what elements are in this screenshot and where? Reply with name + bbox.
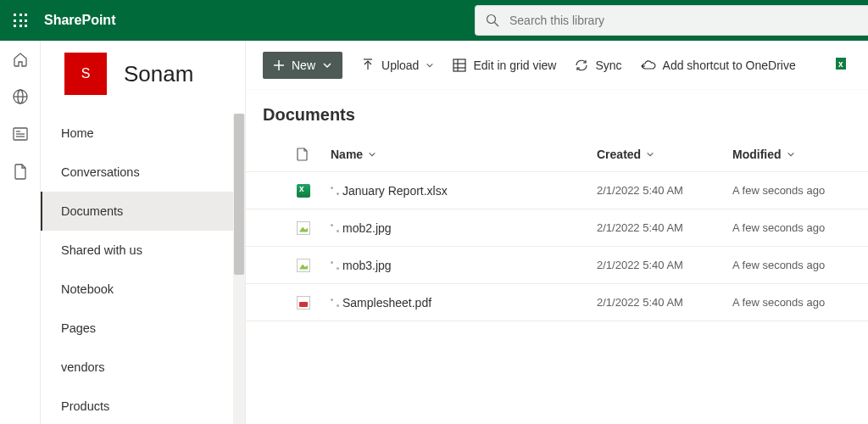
svg-point-0	[487, 15, 496, 24]
onedrive-shortcut-icon	[641, 59, 656, 71]
pdf-file-icon	[297, 296, 310, 310]
image-file-icon	[297, 221, 310, 235]
header-created[interactable]: Created	[597, 148, 732, 161]
file-type-header-icon[interactable]	[297, 148, 309, 161]
sync-icon	[575, 59, 588, 72]
file-created: 2/1/2022 5:40 AM	[597, 184, 732, 197]
new-button[interactable]: New	[263, 52, 342, 79]
site-name[interactable]: Sonam	[124, 61, 193, 87]
svg-text:x: x	[838, 59, 843, 69]
upload-button[interactable]: Upload	[361, 59, 434, 72]
nav-scrollbar[interactable]	[233, 114, 245, 424]
list-item[interactable]: mob3.jpg 2/1/2022 5:40 AM A few seconds …	[246, 247, 868, 284]
nav-home[interactable]: Home	[41, 114, 245, 153]
nav-products[interactable]: Products	[41, 387, 245, 424]
nav-pages[interactable]: Pages	[41, 309, 245, 348]
file-created: 2/1/2022 5:40 AM	[597, 259, 732, 271]
file-modified: A few seconds ago	[732, 221, 851, 234]
svg-rect-13	[453, 59, 465, 71]
file-modified: A few seconds ago	[732, 296, 851, 309]
file-created: 2/1/2022 5:40 AM	[597, 296, 732, 309]
file-name: mob2.jpg	[342, 221, 392, 235]
grid-icon	[453, 59, 466, 72]
edit-grid-label: Edit in grid view	[473, 59, 556, 72]
add-shortcut-button[interactable]: Add shortcut to OneDrive	[641, 59, 796, 72]
document-list: Name Created Modified January Report.xls…	[246, 137, 868, 321]
edit-grid-button[interactable]: Edit in grid view	[453, 59, 556, 72]
chevron-down-icon	[646, 150, 654, 159]
files-icon[interactable]	[12, 163, 29, 180]
nav-scroll-thumb[interactable]	[234, 114, 244, 275]
app-launcher[interactable]	[0, 0, 41, 41]
waffle-icon	[14, 14, 27, 27]
command-bar: New Upload Edit in grid view Sync Add sh…	[246, 41, 868, 90]
chevron-down-icon	[787, 150, 795, 159]
file-created: 2/1/2022 5:40 AM	[597, 221, 732, 234]
home-icon[interactable]	[12, 51, 29, 68]
nav-shared-with-us[interactable]: Shared with us	[41, 231, 245, 270]
search-input[interactable]	[509, 14, 858, 27]
chevron-down-icon	[426, 61, 434, 70]
search-icon	[486, 14, 499, 27]
excel-file-icon	[297, 184, 310, 198]
new-indicator-icon	[331, 298, 339, 307]
file-name: mob3.jpg	[342, 259, 392, 272]
add-shortcut-label: Add shortcut to OneDrive	[663, 59, 796, 72]
upload-label: Upload	[381, 59, 419, 72]
suite-brand: SharePoint	[44, 13, 115, 28]
list-item[interactable]: mob2.jpg 2/1/2022 5:40 AM A few seconds …	[246, 209, 868, 247]
nav-notebook[interactable]: Notebook	[41, 270, 245, 309]
site-logo: S	[64, 53, 107, 95]
app-rail	[0, 41, 41, 424]
new-indicator-icon	[331, 224, 339, 232]
list-item[interactable]: Samplesheet.pdf 2/1/2022 5:40 AM A few s…	[246, 284, 868, 321]
image-file-icon	[297, 259, 310, 272]
globe-icon[interactable]	[12, 88, 29, 105]
file-modified: A few seconds ago	[732, 184, 851, 197]
new-indicator-icon	[331, 187, 339, 195]
header-name[interactable]: Name	[331, 148, 597, 161]
new-button-label: New	[292, 59, 315, 72]
list-header: Name Created Modified	[246, 137, 868, 172]
list-item[interactable]: January Report.xlsx 2/1/2022 5:40 AM A f…	[246, 172, 868, 209]
file-modified: A few seconds ago	[732, 259, 851, 271]
header-modified[interactable]: Modified	[732, 148, 851, 161]
sync-button[interactable]: Sync	[575, 59, 621, 72]
nav-conversations[interactable]: Conversations	[41, 153, 245, 192]
excel-icon[interactable]: x	[836, 56, 851, 74]
file-name: January Report.xlsx	[342, 184, 448, 198]
plus-icon	[273, 59, 285, 71]
nav-vendors[interactable]: vendors	[41, 348, 245, 387]
sync-label: Sync	[595, 59, 621, 72]
search-box[interactable]	[475, 5, 868, 36]
upload-icon	[361, 59, 375, 72]
svg-line-1	[495, 23, 499, 27]
page-title: Documents	[246, 105, 868, 125]
site-nav: Home Conversations Documents Shared with…	[41, 114, 245, 424]
chevron-down-icon	[368, 150, 376, 159]
chevron-down-icon	[322, 60, 332, 70]
nav-documents[interactable]: Documents	[41, 192, 245, 231]
file-name: Samplesheet.pdf	[342, 296, 431, 310]
news-icon[interactable]	[12, 126, 29, 142]
new-indicator-icon	[331, 261, 339, 270]
